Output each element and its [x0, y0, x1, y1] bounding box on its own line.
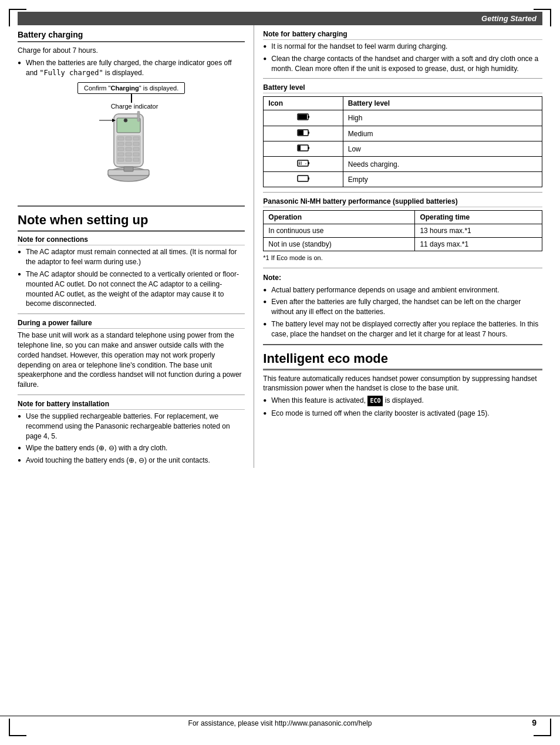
battery-level-title: Battery level	[263, 83, 542, 93]
svg-text:*: *	[299, 163, 300, 166]
svg-rect-39	[298, 176, 308, 181]
divider-after-battery	[18, 205, 245, 207]
svg-rect-14	[126, 153, 131, 156]
battery-install-bullet-2: Wipe the battery ends (⊕, ⊖) with a dry …	[18, 443, 245, 453]
note-bullet-2: Even after the batteries are fully charg…	[263, 297, 542, 317]
battery-level-high: High	[343, 110, 542, 126]
divider-intelligent-eco	[263, 344, 542, 345]
icon-low	[264, 141, 343, 157]
note-label: Note:	[263, 273, 542, 283]
battery-install-title: Note for battery installation	[18, 400, 245, 410]
icon-empty	[264, 172, 343, 187]
battery-icon-low	[297, 144, 310, 152]
svg-rect-6	[133, 137, 139, 140]
svg-rect-25	[308, 116, 309, 118]
divider-power-failure	[18, 395, 245, 395]
connections-bullet-1: The AC adaptor must remain connected at …	[18, 247, 245, 267]
note-bullet-3: The battery level may not be displayed c…	[263, 319, 542, 339]
svg-text:*: *	[305, 163, 306, 166]
battery-level-needs-charging: Needs charging.	[343, 157, 542, 172]
battery-level-table: Icon Battery level	[263, 96, 542, 187]
note-setting-up-title: Note when setting up	[18, 213, 245, 232]
svg-rect-29	[298, 130, 303, 135]
note-bullet-1: Actual battery performance depends on us…	[263, 285, 542, 295]
table-row: In continuous use 13 hours max.*1	[264, 224, 542, 238]
svg-rect-1	[117, 118, 140, 133]
svg-rect-11	[126, 147, 131, 151]
panasonic-battery-title: Panasonic Ni-MH battery performance (sup…	[263, 197, 542, 207]
battery-charging-bullet1: When the batteries are fully charged, th…	[18, 58, 245, 78]
header-title: Getting Started	[481, 14, 537, 23]
battery-icon-medium	[297, 129, 310, 137]
page: Getting Started Battery charging Charge …	[0, 0, 560, 745]
callout-text: Confirm "Charging" is displayed.	[84, 85, 178, 92]
battery-icon-empty	[297, 174, 310, 183]
svg-rect-18	[133, 158, 139, 161]
page-footer: For assistance, please visit http://www.…	[0, 716, 560, 727]
charge-indicator-label: Charge indicator	[111, 103, 158, 110]
battery-icon-needs-charging: * *	[297, 159, 310, 167]
svg-rect-15	[133, 153, 139, 156]
op-standby-time: 11 days max.*1	[415, 238, 542, 251]
intelligent-eco-title: Intelligent eco mode	[263, 351, 542, 370]
svg-point-2	[124, 119, 127, 122]
op-standby: Not in use (standby)	[264, 238, 415, 251]
svg-rect-32	[298, 146, 301, 150]
svg-rect-28	[308, 132, 309, 134]
battery-table-col1: Icon	[264, 97, 343, 110]
phone-svg	[93, 111, 164, 199]
note-battery-charging-bullet-1: It is normal for the handset to feel war…	[263, 42, 542, 52]
svg-rect-4	[118, 137, 124, 140]
table-row: * * Needs charging.	[264, 157, 542, 172]
battery-install-bullet-3: Avoid touching the battery ends (⊕, ⊖) o…	[18, 456, 245, 466]
op-table-col1: Operation	[264, 211, 415, 224]
svg-rect-5	[126, 137, 131, 140]
battery-level-empty: Empty	[343, 172, 542, 187]
svg-rect-12	[133, 147, 139, 151]
svg-rect-7	[118, 142, 124, 146]
power-failure-title: During a power failure	[18, 319, 245, 329]
footnote: *1 If Eco mode is on.	[263, 254, 542, 262]
svg-rect-34	[308, 162, 309, 164]
phone-diagram-wrapper: Charge indicator	[93, 103, 170, 201]
battery-install-bullets: Use the supplied rechargeable batteries.…	[18, 412, 245, 466]
intelligent-eco-bullet-1: When this feature is activated, ECO is d…	[263, 396, 542, 406]
divider-battery-level	[263, 192, 542, 193]
icon-high	[264, 110, 343, 126]
right-column: Note for battery charging It is normal f…	[254, 25, 542, 468]
divider-connections	[18, 313, 245, 314]
intelligent-eco-intro: This feature automatically reduces hands…	[263, 374, 542, 394]
page-number: 9	[532, 718, 537, 727]
note-battery-charging-bullet-2: Clean the charge contacts of the handset…	[263, 54, 542, 74]
note-battery-charging-title: Note for battery charging	[263, 30, 542, 40]
svg-rect-19	[137, 111, 140, 122]
svg-rect-40	[308, 177, 309, 180]
main-content: Battery charging Charge for about 7 hour…	[18, 25, 542, 468]
callout-box: Confirm "Charging" is displayed.	[77, 82, 185, 94]
corner-mark-tl	[9, 9, 26, 26]
note-bullets: Actual battery performance depends on us…	[263, 285, 542, 339]
battery-install-bullet-1: Use the supplied rechargeable batteries.…	[18, 412, 245, 441]
svg-rect-26	[298, 114, 307, 119]
table-row: Medium	[264, 126, 542, 141]
divider-note-battery	[263, 78, 542, 79]
battery-level-medium: Medium	[343, 126, 542, 141]
battery-icon-high	[297, 113, 310, 121]
svg-rect-31	[308, 147, 309, 149]
corner-mark-tr	[534, 9, 551, 26]
table-row: Not in use (standby) 11 days max.*1	[264, 238, 542, 251]
battery-charging-intro: Charge for about 7 hours.	[18, 46, 245, 56]
op-continuous: In continuous use	[264, 224, 415, 238]
operation-table: Operation Operating time In continuous u…	[263, 210, 542, 251]
divider-op-table	[263, 268, 542, 268]
footer-text: For assistance, please visit http://www.…	[188, 719, 372, 727]
svg-rect-22	[124, 167, 133, 171]
connections-bullet-2: The AC adaptor should be connected to a …	[18, 269, 245, 309]
svg-rect-10	[118, 147, 124, 151]
table-row: Low	[264, 141, 542, 157]
charging-diagram: Confirm "Charging" is displayed. Charge …	[18, 82, 245, 201]
eco-badge: ECO	[367, 396, 383, 406]
intelligent-eco-bullet-2: Eco mode is turned off when the clarity …	[263, 409, 542, 419]
power-failure-text: The base unit will work as a standard te…	[18, 331, 245, 390]
battery-charging-bullets: When the batteries are fully charged, th…	[18, 58, 245, 78]
